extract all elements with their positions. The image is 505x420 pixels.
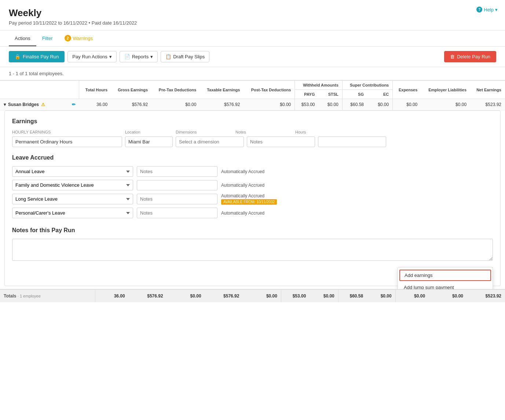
totals-gross: $576.92 [129,290,167,302]
totals-stsl: $0.00 [310,290,338,302]
col-taxable: Taxable Earnings [200,81,244,99]
list-item: Long Service Leave Automatically Accrued… [12,193,493,205]
reports-label: Reports [132,54,149,59]
totals-post-tax: $0.00 [243,290,281,302]
cell-expenses: $0.00 [393,99,421,110]
cell-gross-earnings: $576.92 [111,99,151,110]
help-label: Help [484,7,494,12]
leave-notes-0[interactable] [137,166,217,177]
leave-type-select-0[interactable]: Annual Leave [12,166,133,177]
delete-pay-run-button[interactable]: 🗑 Delete Pay Run [444,51,496,62]
totals-bar: Totals · 1 employee 36.00 $576.92 $0.00 … [0,289,505,302]
dropdown-item-add-lump-sum[interactable]: Add lump sum payment [398,282,493,289]
finalise-label: Finalise Pay Run [23,54,59,59]
main-table-wrapper: Total Hours Gross Earnings Pre-Tax Deduc… [0,80,505,289]
tab-actions[interactable]: Actions [9,31,36,46]
col-group-withheld: Withheld Amounts [295,81,343,90]
hourly-label: HOURLY EARNINGS [12,130,122,134]
notes-title: Notes for this Pay Run [12,227,493,234]
leave-section: Leave Accrued Annual Leave Automatically… [12,154,493,218]
reports-button[interactable]: 📄 Reports ▾ [120,51,158,62]
totals-payg: $53.00 [281,290,310,302]
col-payg: PAYG [295,90,319,99]
totals-expenses: $0.00 [395,290,429,302]
totals-table: Totals · 1 employee 36.00 $576.92 $0.00 … [0,290,505,302]
hourly-earnings-select[interactable]: Permanent Ordinary Hours [12,136,122,147]
help-link[interactable]: ? Help ▾ [476,7,498,12]
pay-run-actions-button[interactable]: Pay Run Actions ▾ [67,51,116,62]
totals-hours: 36.00 [95,290,129,302]
col-net-earnings: Net Earnings [470,81,505,99]
reports-chevron: ▾ [150,54,153,59]
edit-icon[interactable]: ✏ [72,102,76,107]
totals-employer: $0.00 [429,290,467,302]
cell-sg: $60.58 [342,99,367,110]
tab-warnings-label: Warnings [73,36,93,41]
tab-warnings[interactable]: 2 Warnings [59,30,99,47]
cell-pre-tax: $0.00 [151,99,200,110]
leave-type-select-3[interactable]: Personal/Carer's Leave [12,208,133,218]
action-area: ✈ Leave Balances Add earnings Add lump s… [12,267,493,278]
dropdown-item-add-earnings[interactable]: Add earnings [399,270,491,281]
employee-name-text: Susan Bridges [8,102,39,107]
toolbar: 🔒 Finalise Pay Run Pay Run Actions ▾ 📄 R… [0,47,505,67]
col-total-hours: Total Hours [79,81,111,99]
table-row: ▾ Susan Bridges ⚠ ✏ 36.00 $576.92 $0.00 … [0,99,505,110]
totals-label-cell: Totals · 1 employee [0,290,95,302]
leave-notes-1[interactable]: Leave accrual cap reached for the leave [137,180,217,190]
earnings-title: Earnings [12,118,493,125]
accrual-status-0: Automatically Accrued [221,169,493,174]
help-icon: ? [476,7,482,12]
col-employer-liabilities: Employer Liabilities [421,81,470,99]
notes-input[interactable] [247,136,315,147]
col-sg: SG [342,90,367,99]
cell-stsl: $0.00 [319,99,343,110]
dimensions-input[interactable] [176,136,244,147]
col-expenses: Expenses [393,81,421,99]
totals-employee-count: 1 employee [20,294,41,298]
draft-pay-slips-button[interactable]: 📋 Draft Pay Slips [161,51,209,62]
accrual-status-3: Automatically Accrued [221,211,493,216]
leave-type-select-2[interactable]: Long Service Leave [12,194,133,204]
tabs-bar: Actions Filter 2 Warnings [0,30,505,47]
employee-name-cell: ▾ Susan Bridges ⚠ ✏ [0,99,79,110]
chevron-down-icon[interactable]: ▾ [4,102,6,107]
totals-taxable: $576.92 [205,290,243,302]
accrual-status-1: Automatically Accrued [221,183,493,188]
page-title: Weekly [9,7,496,19]
totals-label: Totals [4,293,16,299]
cell-taxable: $576.92 [200,99,244,110]
delete-label: Delete Pay Run [457,54,490,59]
cell-employer-liabilities: $0.00 [421,99,470,110]
draft-label: Draft Pay Slips [173,54,205,59]
draft-icon: 📋 [165,54,171,59]
leave-type-select-1[interactable]: Family and Domestic Violence Leave [12,180,133,190]
earnings-section: Earnings HOURLY EARNINGS Location Dimens… [12,118,493,147]
available-badge: AVAILABLE FROM: 10/11/2032 [221,199,277,205]
col-gross-earnings: Gross Earnings [111,81,151,99]
col-ec: EC [367,90,393,99]
dimensions-label: Dimensions [176,130,233,134]
col-post-tax: Post-Tax Deductions [244,81,294,99]
totals-ec: $0.00 [367,290,395,302]
earnings-row: Permanent Ordinary Hours Miami Bar 36 [12,136,493,147]
hours-label: Hours [295,130,317,134]
leave-notes-2[interactable] [137,194,217,204]
cell-payg: $53.00 [295,99,319,110]
main-table: Total Hours Gross Earnings Pre-Tax Deduc… [0,80,505,110]
pay-run-actions-label: Pay Run Actions [72,54,107,59]
location-select[interactable]: Miami Bar [125,136,173,147]
finalise-pay-run-button[interactable]: 🔒 Finalise Pay Run [9,51,65,62]
leave-notes-3[interactable] [137,208,217,218]
hours-input[interactable]: 36 [318,136,386,147]
employee-count-text: 1 - 1 of 1 total employees. [9,71,64,76]
notes-section: Notes for this Pay Run [12,227,493,262]
notes-label: Notes [235,130,292,134]
location-label: Location [125,130,173,134]
notes-textarea[interactable] [12,239,493,261]
actions-dropdown-menu: Add earnings Add lump sum payment Calcul… [398,267,493,289]
tab-filter[interactable]: Filter [36,31,59,46]
col-stsl: STSL [319,90,343,99]
lock-icon: 🔒 [15,54,21,59]
page-header: Weekly Pay period 10/11/2022 to 16/11/20… [0,0,505,30]
